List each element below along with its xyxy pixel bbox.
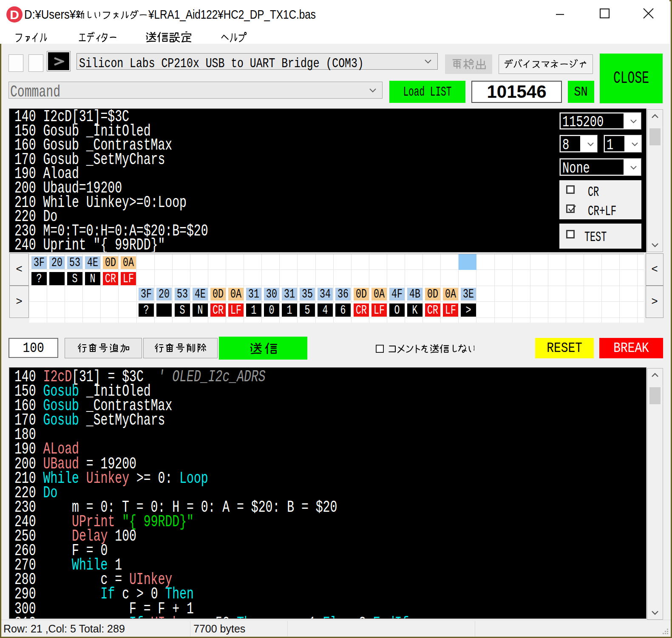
svg-text:D: D — [10, 8, 19, 22]
